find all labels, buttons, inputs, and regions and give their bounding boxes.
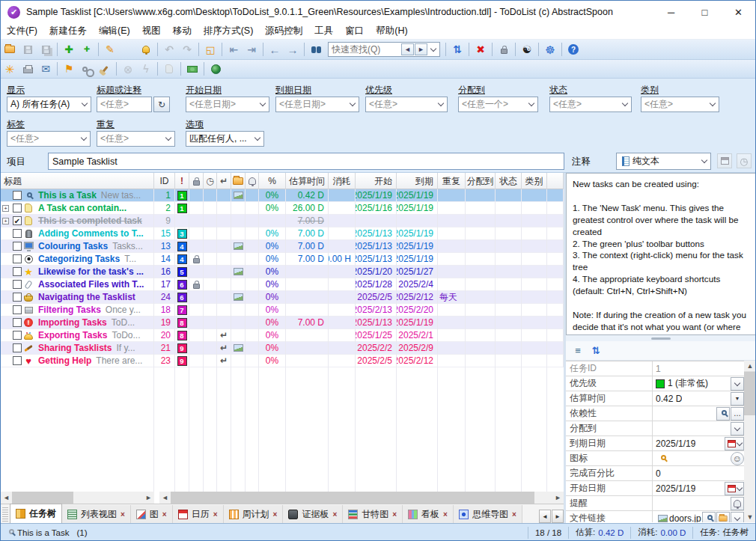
tab-scroll-right-icon[interactable]: ► xyxy=(552,510,564,523)
axe-tool-button[interactable]: ⚑ xyxy=(60,61,78,77)
edit-task-button-icon[interactable] xyxy=(119,41,137,58)
custom-tool-asterisk-button[interactable]: ✳ xyxy=(1,61,19,77)
tab-chart[interactable]: 图× xyxy=(131,505,173,523)
cleanup-broom-button[interactable] xyxy=(96,61,114,77)
tab-evidence-board[interactable]: 证据板× xyxy=(283,505,343,523)
find-next-icon[interactable]: ► xyxy=(415,43,427,55)
menu-item-9[interactable]: 帮助(H) xyxy=(370,23,413,39)
project-title-input[interactable] xyxy=(48,153,564,170)
close-tab-icon[interactable]: × xyxy=(332,510,337,519)
task-checkbox[interactable] xyxy=(13,229,22,238)
delete-task-button[interactable]: ✖ xyxy=(472,41,490,58)
attribute-row-filelink[interactable]: 文件链接doors.jpg xyxy=(566,511,744,522)
save-all-button[interactable] xyxy=(37,41,55,58)
new-task-button[interactable]: ✚ xyxy=(60,41,78,58)
task-row[interactable]: Sharing TasklistsIf y...219↵0%2025/2/220… xyxy=(1,342,564,355)
column-header-reminder-column-icon[interactable] xyxy=(246,173,259,189)
run-lightning-button[interactable]: ϟ xyxy=(137,61,155,77)
tree-hscrollbar[interactable]: ◄► xyxy=(1,492,154,504)
browse-magnifier-icon[interactable] xyxy=(702,512,716,523)
task-checkbox[interactable] xyxy=(13,267,22,276)
tab-task-tree[interactable]: 任务树 xyxy=(10,504,62,523)
previous-task-button[interactable]: ← xyxy=(266,41,284,58)
task-checkbox[interactable] xyxy=(13,305,22,314)
task-checkbox[interactable]: ✔ xyxy=(13,216,22,225)
attribute-value[interactable] xyxy=(653,421,744,435)
chevron-down-icon[interactable] xyxy=(731,377,744,391)
undo-button[interactable]: ↶ xyxy=(160,41,178,58)
web-globe-button[interactable] xyxy=(207,61,225,77)
menu-item-4[interactable]: 移动 xyxy=(167,23,198,39)
minimize-button[interactable]: ─ xyxy=(654,1,688,23)
tab-scroll-left-icon[interactable]: ◄ xyxy=(539,510,551,523)
column-header-11[interactable]: 开始 xyxy=(356,173,397,189)
script-scroll-button[interactable] xyxy=(160,61,178,77)
comments-attributes-splitter[interactable] xyxy=(566,335,756,341)
filter-select-title-or-comment[interactable]: <任意> xyxy=(97,97,152,112)
column-header-12[interactable]: 到期 xyxy=(397,173,438,189)
tab-week-plan[interactable]: 周计划× xyxy=(224,505,284,523)
task-row[interactable]: +✔This is a completed task97.00 D xyxy=(1,215,564,227)
attribute-row-icon[interactable]: 图标☺ xyxy=(566,451,744,466)
comments-pane[interactable]: New tasks can be created using: 1. The '… xyxy=(566,173,756,335)
move-task-right-button[interactable]: ⇥ xyxy=(243,41,260,58)
task-row[interactable]: ★Likewise for the task's ...1650%2025/1/… xyxy=(1,266,564,278)
chevron-down-icon[interactable] xyxy=(731,422,744,435)
attribute-value[interactable]: 0 xyxy=(653,466,744,480)
filter-select-tag[interactable]: <任意> xyxy=(7,131,91,147)
task-checkbox[interactable] xyxy=(13,254,22,263)
dropdown-icon[interactable]: ▼ xyxy=(731,392,744,406)
menu-item-3[interactable]: 视图 xyxy=(136,23,167,39)
attribute-value[interactable]: … xyxy=(653,406,744,421)
new-subtask-button[interactable]: ✚ xyxy=(78,41,96,58)
calendar-icon[interactable] xyxy=(725,482,744,495)
column-header-0[interactable]: 标题 xyxy=(1,173,154,189)
close-tab-icon[interactable]: × xyxy=(273,510,278,519)
task-checkbox[interactable] xyxy=(13,204,22,213)
column-header-10[interactable]: 消耗 xyxy=(329,173,356,189)
task-row[interactable]: Exporting TasksToDo...208↵0%2025/1/25202… xyxy=(1,329,564,342)
email-button[interactable]: ✉ xyxy=(37,61,55,77)
tab-kanban[interactable]: 看板× xyxy=(403,505,454,523)
column-header-recurrence-column-icon[interactable]: ↵ xyxy=(217,173,231,189)
task-checkbox[interactable] xyxy=(13,242,22,251)
task-checkbox[interactable] xyxy=(13,331,22,340)
comments-format-select[interactable]: 纯文本 xyxy=(616,153,711,170)
attribute-value[interactable]: 0.42 D▼ xyxy=(653,391,744,406)
close-tab-icon[interactable]: × xyxy=(443,510,448,519)
maximize-view-button[interactable]: ◱ xyxy=(201,41,219,58)
open-tasklist-button[interactable] xyxy=(1,41,19,58)
link-tool-button[interactable] xyxy=(78,61,96,77)
attribute-row-priority[interactable]: 优先级1 (非常低) xyxy=(566,376,744,391)
task-row[interactable]: +A Task can contain...210%26.00 D2025/1/… xyxy=(1,202,564,215)
column-header-1[interactable]: ID xyxy=(154,173,175,189)
column-header-9[interactable]: 估算时间 xyxy=(286,173,329,189)
menu-item-2[interactable]: 编辑(E) xyxy=(93,23,136,39)
menu-item-1[interactable]: 新建任务 xyxy=(43,23,93,39)
tab-mind-map[interactable]: 思维导图× xyxy=(454,505,522,523)
edit-task-title-button[interactable]: ✎ xyxy=(101,41,119,58)
save-tasklist-button[interactable] xyxy=(19,41,37,58)
attribute-row-dependency[interactable]: 依赖性… xyxy=(566,406,744,421)
task-row[interactable]: !Importing TasksToD...1980%7.00 D2025/1/… xyxy=(1,317,564,329)
filter-select-recurrence[interactable]: <任意> xyxy=(97,131,175,147)
column-header-lock-column-icon[interactable] xyxy=(189,173,204,189)
close-tab-icon[interactable]: × xyxy=(121,510,125,519)
icon-picker-smiley-icon[interactable]: ☺ xyxy=(731,452,744,465)
task-checkbox[interactable] xyxy=(13,318,22,327)
expand-icon[interactable]: + xyxy=(2,205,9,212)
stop-tool-button[interactable]: ⊗ xyxy=(119,61,137,77)
tab-list-view[interactable]: 列表视图× xyxy=(62,505,131,523)
attribute-value[interactable] xyxy=(653,496,744,510)
browse-magnifier-icon[interactable] xyxy=(716,407,730,421)
preferences-gear-button[interactable]: ☸ xyxy=(541,41,559,58)
open-folder-icon[interactable] xyxy=(716,512,730,523)
close-button[interactable]: ✕ xyxy=(722,1,755,23)
filter-select-assigned-to[interactable]: <任意一个> xyxy=(458,97,538,112)
attribute-value[interactable]: 2025/1/19 xyxy=(653,436,744,450)
task-checkbox[interactable] xyxy=(13,343,22,352)
task-checkbox[interactable] xyxy=(13,356,22,365)
quick-find-box[interactable]: ◄► xyxy=(328,42,440,57)
comments-time-button[interactable]: ◷ xyxy=(737,153,752,168)
column-header-15[interactable]: 状态 xyxy=(496,173,522,189)
